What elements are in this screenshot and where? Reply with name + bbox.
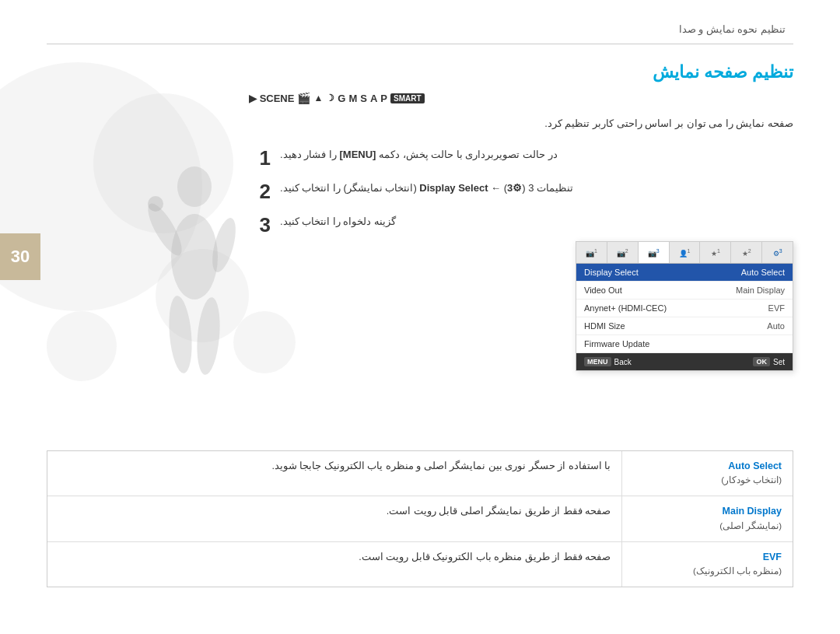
- menu-row-value-2: Main Display: [736, 285, 785, 295]
- menu-tab-4: 👤1: [670, 242, 701, 263]
- menu-row-label-3: Anynet+ (HDMI-CEC): [584, 303, 667, 313]
- label-sub-auto: (انتخاب خودکار): [721, 475, 782, 485]
- step-1: 1 در حالت تصویربرداری با حالت پخش، دکمه …: [249, 146, 793, 170]
- menu-btn: MENU: [584, 357, 611, 366]
- mode-p: P: [380, 93, 387, 104]
- set-label: Set: [773, 358, 785, 366]
- triangle-icon: ▲: [313, 93, 323, 103]
- step-2-text: تنظیمات 3 (⚙3) ← Display Select (انتخاب …: [280, 180, 573, 197]
- menu-tab-3: 📷3: [639, 242, 670, 263]
- label-blue-evf: EVF: [763, 552, 782, 562]
- label-blue-main: Main Display: [723, 506, 782, 517]
- step-2-number: 2: [249, 180, 271, 204]
- menu-tab-6: ★2: [731, 242, 762, 263]
- step-3-number: 3: [249, 213, 271, 237]
- menu-row-firmware: Firmware Update: [576, 335, 793, 353]
- mode-s: S: [360, 93, 367, 104]
- svg-point-1: [171, 214, 218, 299]
- menu-tab-2: 📷2: [607, 242, 639, 263]
- svg-point-6: [148, 196, 163, 212]
- menu-row-display-select: Display Select Auto Select: [576, 264, 793, 282]
- main-content: تنظیم صفحه نمایش SCENE ▶ 🎬 ▲ ☽ G M S A P…: [249, 62, 793, 247]
- top-label: تنظیم نحوه نمایش و صدا: [679, 23, 786, 35]
- label-sub-main: (نمایشگر اصلی): [719, 521, 782, 531]
- menu-tab-1: 📷1: [576, 242, 607, 263]
- menu-set: OK Set: [753, 357, 785, 366]
- menu-row-label-5: Firmware Update: [584, 339, 649, 349]
- section-title: تنظیم صفحه نمایش: [249, 62, 793, 82]
- mode-a: A: [370, 93, 377, 104]
- scene-icon: 🎬: [297, 92, 310, 104]
- mode-m: M: [348, 93, 357, 104]
- circle-5: [47, 311, 117, 381]
- menu-tab-5: ★1: [700, 242, 731, 263]
- page-number-tab: 30: [0, 233, 40, 280]
- label-auto-select: Auto Select (انتخاب خودکار): [621, 451, 793, 496]
- menu-row-label-4: HDMI Size: [584, 321, 625, 331]
- menu-row-hdmi-size: HDMI Size Auto: [576, 317, 793, 335]
- svg-point-5: [194, 296, 223, 376]
- mode-g: G: [338, 93, 345, 104]
- smart-tag: SMART: [390, 93, 425, 103]
- menu-back: MENU Back: [584, 357, 632, 366]
- decorative-figure: [124, 156, 264, 451]
- step-3: 3 گزینه دلخواه را انتخاب کنید.: [249, 213, 793, 237]
- menu-row-video-out: Video Out Main Display: [576, 282, 793, 299]
- menu-screenshot: 📷1 📷2 📷3 👤1 ★1 ★2 ⚙3 Display Select Auto…: [576, 241, 793, 371]
- desc-auto-select: با استفاده از حسگر نوری بین نمایشگر اصلی…: [47, 451, 621, 496]
- label-sub-evf: (منظره باب الکترونیک): [693, 566, 782, 576]
- top-separator: [47, 44, 793, 44]
- options-table: Auto Select (انتخاب خودکار) با استفاده ا…: [47, 450, 793, 588]
- ok-btn: OK: [753, 357, 770, 366]
- label-evf: EVF (منظره باب الکترونیک): [621, 542, 793, 587]
- step-2: 2 تنظیمات 3 (⚙3) ← Display Select (انتخا…: [249, 180, 793, 204]
- table-row-evf: EVF (منظره باب الکترونیک) صفحه فقط از طر…: [47, 542, 793, 587]
- page-number: 30: [11, 247, 30, 267]
- menu-tab-7: ⚙3: [762, 242, 793, 263]
- menu-row-label-2: Video Out: [584, 285, 622, 295]
- label-blue-auto: Auto Select: [728, 461, 782, 471]
- menu-row-anynet: Anynet+ (HDMI-CEC) EVF: [576, 299, 793, 317]
- menu-row-value-1: Auto Select: [741, 268, 785, 277]
- moon-icon: ☽: [326, 93, 334, 103]
- scene-label: SCENE ▶: [249, 93, 294, 104]
- step-3-text: گزینه دلخواه را انتخاب کنید.: [280, 213, 396, 230]
- step-1-text: در حالت تصویربرداری با حالت پخش، دکمه [M…: [280, 146, 558, 163]
- svg-point-4: [166, 295, 195, 374]
- table-row-auto-select: Auto Select (انتخاب خودکار) با استفاده ا…: [47, 451, 793, 497]
- desc-evf: صفحه فقط از طریق منظره باب الکترونیک قاب…: [47, 542, 621, 587]
- menu-row-value-4: Auto: [767, 321, 785, 331]
- description: صفحه نمایش را می توان بر اساس راحتی کارب…: [249, 115, 793, 132]
- menu-row-label-1: Display Select: [584, 268, 639, 277]
- svg-point-0: [177, 166, 212, 207]
- menu-tabs: 📷1 📷2 📷3 👤1 ★1 ★2 ⚙3: [576, 242, 793, 264]
- menu-row-value-3: EVF: [768, 303, 785, 313]
- desc-main-display: صفحه فقط از طریق نمایشگر اصلی قابل رویت …: [47, 496, 621, 541]
- step-1-number: 1: [249, 146, 271, 170]
- table-row-main-display: Main Display (نمایشگر اصلی) صفحه فقط از …: [47, 496, 793, 542]
- menu-footer: MENU Back OK Set: [576, 353, 793, 370]
- back-label: Back: [614, 358, 632, 366]
- label-main-display: Main Display (نمایشگر اصلی): [621, 496, 793, 541]
- mode-bar: SCENE ▶ 🎬 ▲ ☽ G M S A P SMART: [249, 92, 793, 104]
